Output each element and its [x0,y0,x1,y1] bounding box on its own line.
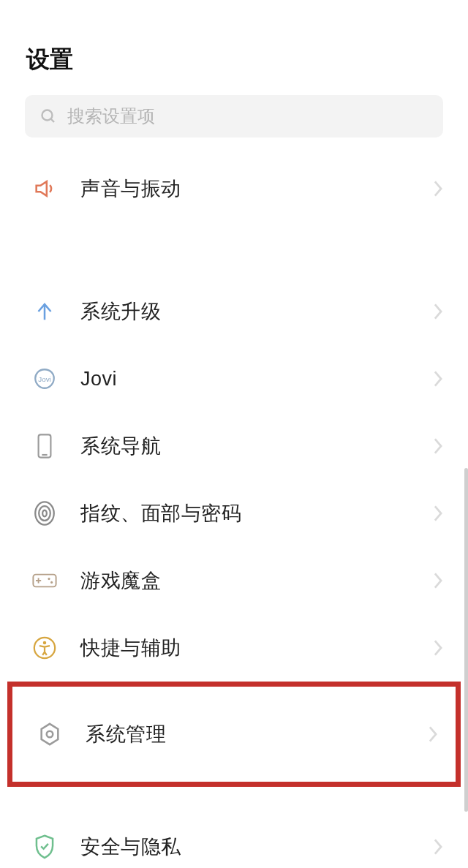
fingerprint-icon [31,501,58,526]
svg-point-11 [48,578,50,580]
chevron-right-icon [433,640,443,656]
phone-icon [31,433,58,459]
row-system-navigation[interactable]: 系统导航 [0,412,468,480]
chevron-right-icon [433,839,443,855]
chevron-right-icon [433,371,443,387]
row-system-management[interactable]: 系统管理 [12,687,456,782]
svg-text:Jovi: Jovi [38,375,51,383]
chevron-right-icon [433,505,443,521]
row-game-box[interactable]: 游戏魔盒 [0,547,468,614]
svg-rect-3 [39,434,51,457]
svg-point-15 [47,731,53,738]
chevron-right-icon [433,573,443,589]
row-fingerprint-face-password[interactable]: 指纹、面部与密码 [0,480,468,547]
row-label: 声音与振动 [80,176,411,202]
row-sound-vibration[interactable]: 声音与振动 [0,155,468,222]
row-label: 系统导航 [80,433,411,459]
search-input[interactable] [67,106,429,127]
row-jovi[interactable]: Jovi Jovi [0,345,468,412]
svg-line-1 [51,119,55,123]
chevron-right-icon [428,726,438,742]
row-label: 系统管理 [86,721,406,747]
row-label: 安全与隐私 [80,834,411,860]
row-security-privacy[interactable]: 安全与隐私 [0,813,468,868]
chevron-right-icon [433,438,443,454]
volume-icon [31,176,58,201]
svg-point-12 [50,581,53,584]
row-label: 系统升级 [80,298,411,325]
shield-check-icon [31,834,58,860]
search-icon [39,107,57,125]
chevron-right-icon [433,181,443,197]
gamepad-icon [31,570,58,591]
row-label: 指纹、面部与密码 [80,500,411,527]
page-title: 设置 [0,0,468,95]
row-label: 快捷与辅助 [80,635,411,661]
accessibility-icon [31,635,58,660]
row-system-update[interactable]: 系统升级 [0,278,468,345]
row-shortcuts-accessibility[interactable]: 快捷与辅助 [0,614,468,682]
highlighted-row-box: 系统管理 [7,682,461,787]
svg-point-0 [42,110,53,121]
row-label: Jovi [80,368,411,390]
jovi-icon: Jovi [31,366,58,391]
arrow-up-icon [31,299,58,324]
chevron-right-icon [433,303,443,320]
svg-point-7 [42,510,47,517]
search-bar[interactable] [25,95,443,137]
hex-gear-icon [36,722,64,747]
svg-point-6 [39,506,50,521]
svg-point-14 [43,641,47,645]
scrollbar[interactable] [464,468,468,812]
row-label: 游戏魔盒 [80,567,411,594]
